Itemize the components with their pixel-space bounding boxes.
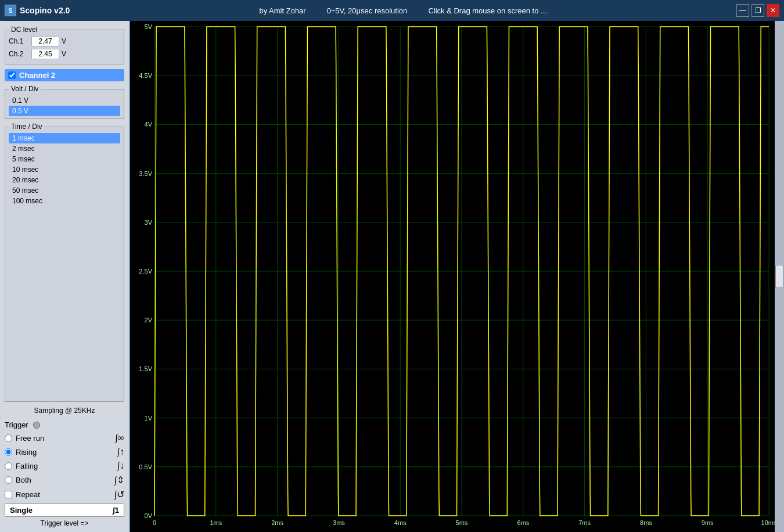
- volt-div-legend: Volt / Div: [9, 85, 41, 93]
- time-div-legend: Time / Div: [9, 123, 45, 131]
- falling-icon: ∫↓: [117, 461, 124, 471]
- instruction-text: Click & Drag mouse on screen to ...: [428, 6, 546, 15]
- single-label: Single: [10, 506, 33, 515]
- time-div-option-5[interactable]: 50 msec: [9, 185, 120, 196]
- both-icon: ∫⇕: [114, 475, 124, 486]
- time-div-list: 1 msec 2 msec 5 msec 10 msec 20 msec 50 …: [9, 133, 120, 206]
- ch1-row: Ch.1 V: [9, 36, 120, 46]
- main-layout: DC level Ch.1 V Ch.2 V Channel 2 Volt / …: [0, 21, 784, 532]
- dc-level-legend: DC level: [9, 26, 39, 34]
- both-row: Both ∫⇕: [5, 475, 124, 486]
- scope-wrapper: [130, 21, 784, 532]
- repeat-checkbox[interactable]: [5, 491, 12, 498]
- rising-icon: ∫↑: [117, 447, 124, 457]
- repeat-row: Repeat ∫↺: [5, 489, 124, 500]
- single-icon: ∫1: [113, 506, 119, 515]
- volt-div-list: 0.1 V 0.5 V: [9, 95, 120, 116]
- channel2-checkbox[interactable]: [8, 71, 16, 79]
- ch1-label: Ch.1: [9, 37, 29, 45]
- rising-row: Rising ∫↑: [5, 447, 124, 457]
- app-name: Scopino v2.0: [20, 6, 70, 15]
- free-run-icon: ∫∞: [115, 433, 124, 443]
- minimize-button[interactable]: —: [736, 4, 749, 17]
- falling-radio[interactable]: [5, 462, 12, 470]
- time-div-option-6[interactable]: 100 msec: [9, 196, 120, 206]
- free-run-radio[interactable]: [5, 434, 12, 442]
- time-div-option-3[interactable]: 10 msec: [9, 164, 120, 175]
- trigger-indicator: [33, 422, 40, 429]
- settings-text: 0÷5V, 20μsec resolution: [327, 6, 407, 15]
- rising-label: Rising: [16, 448, 114, 456]
- repeat-icon: ∫↺: [114, 489, 124, 500]
- free-run-row: Free run ∫∞: [5, 433, 124, 443]
- ch2-label: Ch.2: [9, 50, 29, 58]
- time-div-option-2[interactable]: 5 msec: [9, 154, 120, 164]
- falling-label: Falling: [16, 462, 114, 470]
- ch1-input[interactable]: [31, 36, 59, 46]
- app-icon: S: [5, 5, 16, 16]
- ch1-unit: V: [62, 37, 66, 45]
- volt-div-option-1[interactable]: 0.5 V: [9, 106, 120, 116]
- trigger-level-text: Trigger level =>: [5, 519, 124, 527]
- sidebar: DC level Ch.1 V Ch.2 V Channel 2 Volt / …: [0, 21, 130, 532]
- window-controls: — ❐ ✕: [736, 4, 779, 17]
- scope-canvas[interactable]: [130, 21, 775, 532]
- volt-div-panel: Volt / Div 0.1 V 0.5 V: [5, 85, 124, 119]
- restore-button[interactable]: ❐: [751, 4, 764, 17]
- time-div-option-4[interactable]: 20 msec: [9, 175, 120, 185]
- title-center: by Amit Zohar 0÷5V, 20μsec resolution Cl…: [70, 6, 736, 15]
- time-div-option-0[interactable]: 1 msec: [9, 133, 120, 143]
- app-icon-label: S: [9, 8, 13, 14]
- ch2-input[interactable]: [31, 49, 59, 59]
- rising-radio[interactable]: [5, 448, 12, 456]
- vertical-scrollbar[interactable]: [775, 21, 784, 532]
- both-radio[interactable]: [5, 476, 12, 484]
- time-div-option-1[interactable]: 2 msec: [9, 143, 120, 154]
- channel2-checkbox-container[interactable]: Channel 2: [5, 69, 124, 81]
- both-label: Both: [16, 476, 111, 484]
- falling-row: Falling ∫↓: [5, 461, 124, 471]
- author: by Amit Zohar: [259, 6, 305, 15]
- sampling-text: Sampling @ 25KHz: [5, 405, 124, 416]
- time-div-panel: Time / Div 1 msec 2 msec 5 msec 10 msec …: [5, 123, 124, 402]
- trigger-header: Trigger: [5, 420, 124, 429]
- trigger-section: Trigger Free run ∫∞ Rising ∫↑ Falling ∫↓: [5, 420, 124, 527]
- repeat-label: Repeat: [16, 490, 111, 499]
- single-button[interactable]: Single ∫1: [5, 504, 124, 517]
- titlebar: S Scopino v2.0 by Amit Zohar 0÷5V, 20μse…: [0, 0, 784, 21]
- ch2-row: Ch.2 V: [9, 49, 120, 59]
- trigger-label: Trigger: [5, 420, 28, 429]
- close-button[interactable]: ✕: [767, 4, 779, 17]
- scrollbar-thumb[interactable]: [775, 265, 783, 288]
- channel2-label: Channel 2: [19, 71, 55, 80]
- ch2-unit: V: [62, 50, 66, 58]
- dc-level-panel: DC level Ch.1 V Ch.2 V: [5, 26, 124, 64]
- volt-div-option-0[interactable]: 0.1 V: [9, 95, 120, 106]
- free-run-label: Free run: [16, 434, 112, 443]
